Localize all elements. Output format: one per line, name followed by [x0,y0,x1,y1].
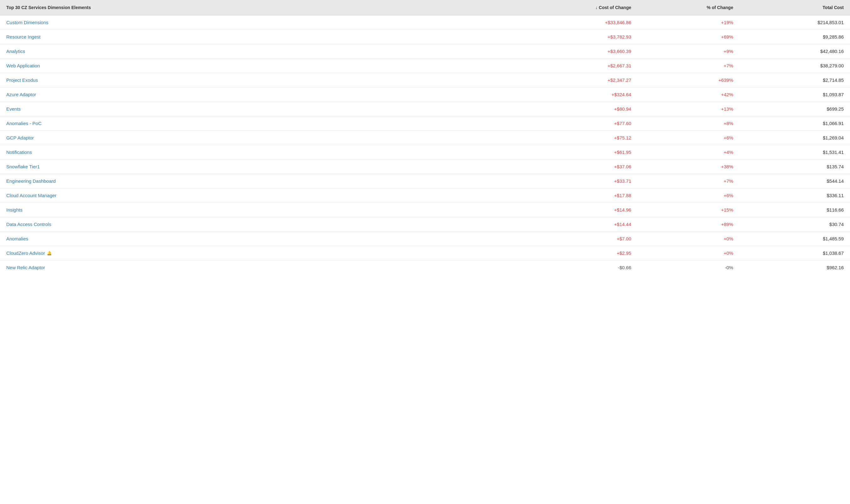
pct-of-change-cell: +6% [638,131,740,145]
service-name-cell[interactable]: Anomalies - PoC [0,116,510,131]
column-header-pct-of-change: % of Change [638,0,740,15]
service-name-label[interactable]: Data Access Controls [6,221,51,227]
service-name-cell[interactable]: Notifications [0,145,510,160]
pct-of-change-cell: +69% [638,30,740,44]
cost-of-change-cell: +$14.44 [510,217,638,232]
table-row: Project Exodus+$2,347.27+639%$2,714.85 [0,73,850,87]
cost-of-change-cell: +$2.95 [510,246,638,260]
cost-of-change-cell: +$7.00 [510,232,638,246]
total-cost-cell: $962.16 [740,260,850,275]
service-name-cell[interactable]: GCP Adaptor [0,131,510,145]
column-header-cost-of-change[interactable]: ↓Cost of Change [510,0,638,15]
pct-of-change-cell: +0% [638,246,740,260]
total-cost-cell: $38,279.00 [740,59,850,73]
total-cost-cell: $699.25 [740,102,850,116]
service-name-label[interactable]: Azure Adaptor [6,92,36,97]
cost-of-change-cell: +$61.95 [510,145,638,160]
total-cost-cell: $116.66 [740,203,850,217]
pct-of-change-cell: +7% [638,59,740,73]
service-name-label[interactable]: Anomalies [6,236,28,241]
pct-of-change-cell: +15% [638,203,740,217]
service-name-cell[interactable]: Web Application [0,59,510,73]
column-header-total-cost: Total Cost [740,0,850,15]
service-name-label[interactable]: Analytics [6,49,25,54]
pct-of-change-cell: +42% [638,87,740,102]
service-name-label[interactable]: GCP Adaptor [6,135,34,140]
pct-of-change-cell: +8% [638,116,740,131]
table-row: Notifications+$61.95+4%$1,531.41 [0,145,850,160]
service-name-label[interactable]: Engineering Dashboard [6,178,56,184]
table-row: Snowflake Tier1+$37.06+38%$135.74 [0,160,850,174]
total-cost-cell: $1,485.59 [740,232,850,246]
service-name-label[interactable]: Custom Dimensions [6,20,48,25]
total-cost-cell: $30.74 [740,217,850,232]
cost-of-change-cell: +$2,667.31 [510,59,638,73]
pct-of-change-cell: +0% [638,232,740,246]
cost-of-change-cell: +$324.64 [510,87,638,102]
cost-of-change-cell: +$2,347.27 [510,73,638,87]
service-name-cell[interactable]: Engineering Dashboard [0,174,510,188]
pct-of-change-cell: +38% [638,160,740,174]
table-row: Cloud Account Manager+$17.88+6%$336.11 [0,188,850,203]
table-row: Events+$80.94+13%$699.25 [0,102,850,116]
service-name-cell[interactable]: Cloud Account Manager [0,188,510,203]
advisor-icon: 🔔 [47,251,52,255]
service-name-cell[interactable]: Insights [0,203,510,217]
cost-of-change-cell: +$33.71 [510,174,638,188]
services-table: Top 30 CZ Services Dimension Elements ↓C… [0,0,850,274]
service-name-label[interactable]: Notifications [6,149,32,155]
total-cost-cell: $1,093.87 [740,87,850,102]
total-cost-cell: $1,066.91 [740,116,850,131]
service-name-label[interactable]: Project Exodus [6,77,38,83]
service-name-cell[interactable]: Data Access Controls [0,217,510,232]
cost-of-change-cell: +$3,660.39 [510,44,638,59]
cost-of-change-cell: +$77.60 [510,116,638,131]
service-name-cell[interactable]: Custom Dimensions [0,15,510,30]
cost-of-change-cell: +$75.12 [510,131,638,145]
service-name-cell[interactable]: Resource Ingest [0,30,510,44]
table-row: GCP Adaptor+$75.12+6%$1,269.04 [0,131,850,145]
service-name-label[interactable]: Web Application [6,63,40,68]
pct-of-change-cell: +19% [638,15,740,30]
service-name-label[interactable]: Snowflake Tier1 [6,164,40,169]
service-name-cell[interactable]: Events [0,102,510,116]
total-cost-cell: $2,714.85 [740,73,850,87]
service-name-label[interactable]: Events [6,106,21,112]
service-name-label[interactable]: Anomalies - PoC [6,121,42,126]
total-cost-cell: $1,531.41 [740,145,850,160]
service-name-cell[interactable]: Azure Adaptor [0,87,510,102]
pct-of-change-cell: +9% [638,44,740,59]
service-name-cell[interactable]: Project Exodus [0,73,510,87]
cost-of-change-cell: +$17.88 [510,188,638,203]
total-cost-cell: $214,853.01 [740,15,850,30]
cost-of-change-cell: +$33,846.86 [510,15,638,30]
service-name-cell[interactable]: CloudZero Advisor🔔 [0,246,510,260]
service-name-label[interactable]: New Relic Adaptor [6,265,45,270]
main-table-container: Top 30 CZ Services Dimension Elements ↓C… [0,0,850,274]
service-name-cell[interactable]: Snowflake Tier1 [0,160,510,174]
total-cost-cell: $1,038.67 [740,246,850,260]
service-name-cell[interactable]: New Relic Adaptor [0,260,510,275]
service-name-label[interactable]: Insights [6,207,22,213]
service-name-label[interactable]: CloudZero Advisor [6,250,45,256]
table-row: Engineering Dashboard+$33.71+7%$544.14 [0,174,850,188]
cost-of-change-cell: -$0.66 [510,260,638,275]
table-row: Insights+$14.96+15%$116.66 [0,203,850,217]
table-row: Anomalies+$7.00+0%$1,485.59 [0,232,850,246]
total-cost-cell: $42,480.16 [740,44,850,59]
pct-of-change-cell: +4% [638,145,740,160]
pct-of-change-cell: +89% [638,217,740,232]
cost-of-change-cell: +$3,782.93 [510,30,638,44]
service-name-cell[interactable]: Anomalies [0,232,510,246]
table-row: Web Application+$2,667.31+7%$38,279.00 [0,59,850,73]
column-header-name: Top 30 CZ Services Dimension Elements [0,0,510,15]
cost-of-change-cell: +$14.96 [510,203,638,217]
service-name-cell[interactable]: Analytics [0,44,510,59]
pct-of-change-cell: +6% [638,188,740,203]
table-row: Anomalies - PoC+$77.60+8%$1,066.91 [0,116,850,131]
total-cost-cell: $9,285.86 [740,30,850,44]
service-name-label[interactable]: Resource Ingest [6,34,40,39]
service-name-label[interactable]: Cloud Account Manager [6,193,56,198]
pct-of-change-cell: -0% [638,260,740,275]
pct-of-change-cell: +7% [638,174,740,188]
